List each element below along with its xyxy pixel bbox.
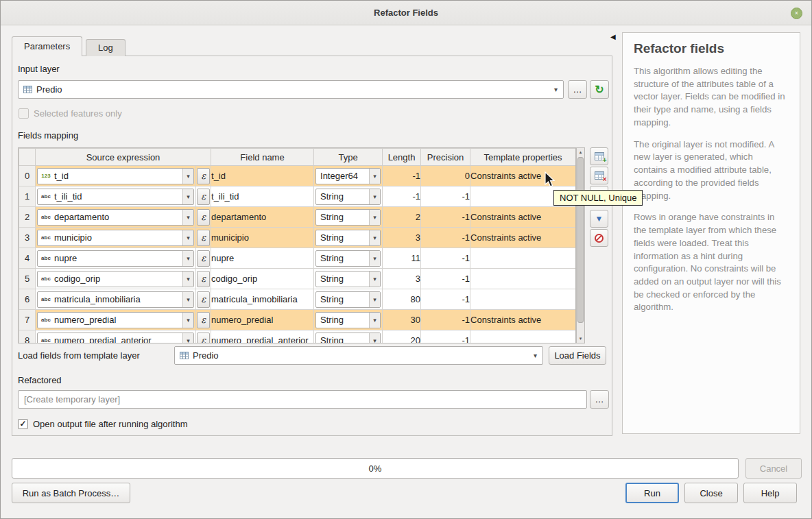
source-expression-combo[interactable]: abc matricula_inmobiliaria ▾ [37,291,194,308]
type-combo[interactable]: String ▾ [315,333,381,344]
field-name-cell[interactable]: numero_predial_anterior [211,330,314,344]
input-layer-browse-button[interactable]: … [568,80,587,99]
chevron-down-icon[interactable]: ▾ [182,292,193,307]
open-output-checkbox[interactable]: ✓ [18,419,28,429]
chevron-down-icon[interactable]: ▾ [182,313,193,328]
header-type[interactable]: Type [314,149,383,166]
type-combo[interactable]: String ▾ [315,271,381,287]
expression-builder-button[interactable]: ε [197,230,210,246]
close-button[interactable]: Close [684,483,738,503]
expression-builder-button[interactable]: ε [197,333,210,344]
chevron-down-icon[interactable]: ▾ [369,333,380,344]
length-cell[interactable]: 20 [383,330,421,344]
chevron-down-icon[interactable]: ▾ [369,189,380,204]
tab-log[interactable]: Log [86,39,126,56]
type-combo[interactable]: String ▾ [315,189,381,205]
type-combo[interactable]: String ▾ [315,250,381,267]
row-index[interactable]: 8 [19,330,36,344]
type-combo[interactable]: Integer64 ▾ [315,168,381,184]
row-index[interactable]: 4 [19,248,36,269]
delete-field-button[interactable]: × [590,167,608,184]
tab-parameters[interactable]: Parameters [12,36,82,56]
length-cell[interactable]: 11 [383,248,421,269]
field-name-cell[interactable]: t_ili_tid [211,186,314,207]
chevron-down-icon[interactable]: ▾ [182,271,193,287]
type-combo[interactable]: String ▾ [315,312,381,328]
source-expression-combo[interactable]: abc t_ili_tid ▾ [37,189,194,205]
refactored-output-input[interactable]: [Create temporary layer] [18,390,587,409]
row-index[interactable]: 5 [19,269,36,289]
expression-builder-button[interactable]: ε [197,271,210,287]
expression-builder-button[interactable]: ε [197,209,210,226]
precision-cell[interactable]: -1 [421,289,470,310]
header-template-properties[interactable]: Template properties [470,149,576,166]
field-name-cell[interactable]: nupre [211,248,314,269]
precision-cell[interactable]: -1 [421,207,470,228]
chevron-down-icon[interactable]: ▾ [182,230,193,245]
chevron-down-icon[interactable]: ▾ [369,271,380,287]
field-name-cell[interactable]: municipio [211,228,314,248]
field-name-cell[interactable]: departamento [211,207,314,228]
row-index[interactable]: 1 [19,186,36,207]
length-cell[interactable]: 3 [383,228,421,248]
source-expression-combo[interactable]: abc municipio ▾ [37,230,194,246]
reset-fields-button[interactable] [590,229,608,247]
source-expression-combo[interactable]: 123 t_id ▾ [37,168,194,184]
length-cell[interactable]: 30 [383,310,421,330]
precision-cell[interactable]: -1 [421,186,470,207]
type-combo[interactable]: String ▾ [315,230,381,246]
move-down-button[interactable]: ▼ [590,210,608,228]
field-name-cell[interactable]: codigo_orip [211,269,314,289]
header-field-name[interactable]: Field name [211,149,314,166]
window-close-button[interactable]: × [791,8,802,19]
precision-cell[interactable]: -1 [421,269,470,289]
field-name-cell[interactable]: t_id [211,166,314,186]
field-name-cell[interactable]: matricula_inmobiliaria [211,289,314,310]
field-name-cell[interactable]: numero_predial [211,310,314,330]
refactored-browse-button[interactable]: … [590,390,609,409]
collapse-panel-arrow[interactable]: ◀ [610,33,616,40]
row-index[interactable]: 7 [19,310,36,330]
template-layer-combo[interactable]: Predio ▾ [174,346,543,365]
expression-builder-button[interactable]: ε [197,312,210,328]
chevron-down-icon[interactable]: ▾ [369,251,380,266]
source-expression-combo[interactable]: abc numero_predial ▾ [37,312,194,328]
chevron-down-icon[interactable]: ▾ [182,333,193,344]
help-button[interactable]: Help [743,483,797,503]
header-source-expression[interactable]: Source expression [36,149,211,166]
precision-cell[interactable]: -1 [421,310,470,330]
titlebar[interactable]: Refactor Fields × [1,1,811,25]
length-cell[interactable]: -1 [383,186,421,207]
precision-cell[interactable]: 0 [421,166,470,186]
run-button[interactable]: Run [625,483,679,503]
chevron-down-icon[interactable]: ▾ [369,210,380,225]
chevron-down-icon[interactable]: ▾ [369,292,380,307]
scrollbar-thumb[interactable] [577,157,584,323]
add-field-button[interactable]: + [590,147,608,165]
chevron-down-icon[interactable]: ▾ [182,169,193,184]
scroll-up-icon[interactable]: ▴ [577,148,584,156]
chevron-down-icon[interactable]: ▾ [369,313,380,328]
precision-cell[interactable]: -1 [421,228,470,248]
row-index[interactable]: 0 [19,166,36,186]
scroll-down-icon[interactable]: ▾ [577,335,584,343]
expression-builder-button[interactable]: ε [197,189,210,205]
source-expression-combo[interactable]: abc numero_predial_anterior ▾ [37,333,194,344]
expression-builder-button[interactable]: ε [197,168,210,184]
length-cell[interactable]: 80 [383,289,421,310]
length-cell[interactable]: -1 [383,166,421,186]
row-index[interactable]: 3 [19,228,36,248]
length-cell[interactable]: 2 [383,207,421,228]
chevron-down-icon[interactable]: ▾ [369,169,380,184]
length-cell[interactable]: 3 [383,269,421,289]
precision-cell[interactable]: -1 [421,248,470,269]
source-expression-combo[interactable]: abc codigo_orip ▾ [37,271,194,287]
header-precision[interactable]: Precision [421,149,470,166]
load-fields-button[interactable]: Load Fields [549,346,606,365]
expression-builder-button[interactable]: ε [197,250,210,267]
row-index[interactable]: 2 [19,207,36,228]
source-expression-combo[interactable]: abc nupre ▾ [37,250,194,267]
chevron-down-icon[interactable]: ▾ [182,210,193,225]
table-scrollbar[interactable]: ▴ ▾ [576,147,585,343]
reload-layer-button[interactable]: ↻ [590,80,609,99]
